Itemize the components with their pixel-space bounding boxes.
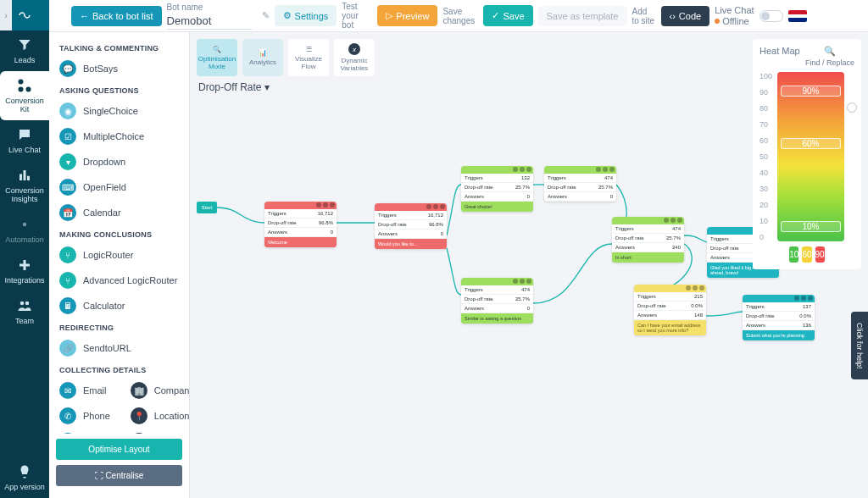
nav-automation[interactable]: Automation [0,210,49,251]
back-button[interactable]: ← Back to bot list [71,6,162,26]
component-palette: TALKING & COMMENTING 💬BotSays ASKING QUE… [49,32,190,498]
heat-chip[interactable]: 60 [802,246,811,263]
section-talking: TALKING & COMMENTING [49,39,189,56]
branch-icon: ⑂ [59,246,76,263]
edit-icon[interactable]: ✎ [262,10,270,21]
flow-node[interactable]: Triggers137Drop-off rate0.0%Answers136Su… [743,295,815,340]
dropoff-selector[interactable]: Drop-Off Rate ▾ [198,81,270,93]
phone-icon: ✆ [59,407,76,424]
tool-dynamic-variables[interactable]: xDynamic Variables [334,39,375,76]
heat-mark-90: 90% [781,86,841,97]
canvas-toolstrip: 🔍Optimisation Mode 📊Analytics ☰Visualize… [197,39,375,76]
primary-nav: Leads Conversion Kit Live Chat Conversio… [0,0,49,498]
calculator-icon: 🖩 [59,297,76,314]
palette-company[interactable]: 🏢Company [120,378,189,403]
heat-mark-10: 10% [781,221,841,232]
palette-singlechoice[interactable]: ◉SingleChoice [49,98,189,124]
flow-node[interactable]: Triggers16,712Drop-off rate96.8%Answers0… [375,203,447,249]
start-node[interactable]: Start [197,202,217,213]
text-icon: ⌨ [59,179,76,196]
flow-node[interactable]: Triggers474Drop-off rate25.7%Answers240I… [612,217,684,263]
heat-slider[interactable] [849,72,854,241]
heat-chips: 106090 [789,246,824,263]
chat-icon: 💬 [59,60,76,77]
chevron-down-icon: ▾ [59,153,76,170]
section-details: COLLECTING DETAILS [49,361,189,378]
radio-icon: ◉ [59,102,76,119]
flow-node[interactable]: Triggers215Drop-off rate0.0%Answers148Ca… [634,285,706,335]
palette-email[interactable]: ✉Email [49,378,120,403]
live-chat-toggle[interactable] [760,10,783,22]
link-icon: 🔗 [59,340,76,357]
code-button[interactable]: ‹› Code [661,6,710,26]
nav-conversion-insights[interactable]: Conversion Insights [0,161,49,210]
heat-chip[interactable]: 10 [789,246,798,263]
help-button[interactable]: Click for help! [851,312,868,379]
live-chat-status: Live Chat Offline [715,5,754,26]
calendar-icon: 📅 [59,204,76,221]
flow-icon: ☰ [306,46,312,53]
nav-integrations[interactable]: Integrations [0,251,49,291]
palette-dropdown[interactable]: ▾Dropdown [49,149,189,174]
save-button[interactable]: ✓ Save [483,5,532,26]
palette-openfield[interactable]: ⌨OpenField [49,174,189,200]
variable-icon: x [348,43,360,55]
tool-optimisation-mode[interactable]: 🔍Optimisation Mode [197,39,237,76]
save-changes-label: Save changes [442,7,478,25]
add-to-site-label: Add to site [632,7,656,25]
save-as-template-button[interactable]: Save as template [538,6,627,26]
sidebar-collapse-toggle[interactable]: › [0,0,12,30]
centralise-button[interactable]: ⛶ Centralise [56,465,182,486]
find-replace-link[interactable]: Find / Replace [805,58,854,67]
topbar: › ← Back to bot list Bot name ✎ ⚙ Settin… [49,0,868,32]
chart-icon: 📊 [259,49,267,57]
palette-phone[interactable]: ✆Phone [49,403,120,429]
heat-title: Heat Map [760,46,800,56]
nav-conversion-kit[interactable]: Conversion Kit [0,71,49,120]
flow-canvas[interactable]: 🔍Optimisation Mode 📊Analytics ☰Visualize… [190,32,868,498]
tool-visualize-flow[interactable]: ☰Visualize Flow [288,39,329,76]
heat-map-panel: Heat Map 🔍 Find / Replace 10090807060504… [753,39,861,269]
preview-button[interactable]: ▷ Preview [377,5,437,26]
bot-name-input[interactable] [167,13,252,30]
building-icon: 🏢 [131,382,147,399]
branch-icon: ⑂ [59,272,76,289]
tool-analytics[interactable]: 📊Analytics [242,39,283,76]
search-icon: 🔍 [213,46,221,53]
nav-leads[interactable]: Leads [0,30,49,71]
heat-chip[interactable]: 90 [815,246,825,263]
palette-calendar[interactable]: 📅Calendar [49,200,189,225]
heat-mark-60: 60% [781,138,841,149]
palette-calculator[interactable]: 🖩Calculator [49,293,189,318]
bot-name-field[interactable]: Bot name [167,3,252,30]
section-redirecting: REDIRECTING [49,318,189,335]
flow-node[interactable]: Triggers132Drop-off rate25.7%Answers0Gre… [461,166,533,212]
language-selector[interactable] [788,10,807,22]
section-conclusions: MAKING CONCLUSIONS [49,225,189,242]
palette-botsays[interactable]: 💬BotSays [49,56,189,81]
svg-point-1 [20,302,25,306]
svg-point-0 [23,223,27,227]
palette-sendtourl[interactable]: 🔗SendtoURL [49,335,189,361]
flow-node[interactable]: Triggers16,712Drop-off rate96.8%Answers0… [264,202,337,247]
pin-icon: 📍 [131,407,147,424]
nav-team[interactable]: Team [0,291,49,332]
settings-button[interactable]: ⚙ Settings [275,5,337,26]
test-bot-label: Test your bot [342,2,372,30]
search-icon[interactable]: 🔍 [824,46,836,57]
palette-logicrouter[interactable]: ⑂LogicRouter [49,242,189,268]
optimise-layout-button[interactable]: Optimise Layout [56,439,182,460]
flow-node[interactable]: Triggers474Drop-off rate25.7%Answers0Sim… [461,278,533,324]
svg-point-2 [25,302,30,306]
section-asking: ASKING QUESTIONS [49,81,189,98]
nav-app-version[interactable]: App version [0,457,49,498]
palette-multiplechoice[interactable]: ☑MultipleChoice [49,124,189,149]
flow-node[interactable]: Triggers474Drop-off rate25.7%Answers0 [544,166,616,202]
chevron-down-icon: ▾ [264,81,270,93]
heat-scale: 1009080706050403020100 [760,72,772,241]
mail-icon: ✉ [59,382,76,399]
palette-adv-logicrouter[interactable]: ⑂Advanced LogicRouter [49,268,189,293]
check-icon: ☑ [59,128,76,145]
palette-location[interactable]: 📍Location [120,403,189,429]
nav-live-chat[interactable]: Live Chat [0,120,49,161]
